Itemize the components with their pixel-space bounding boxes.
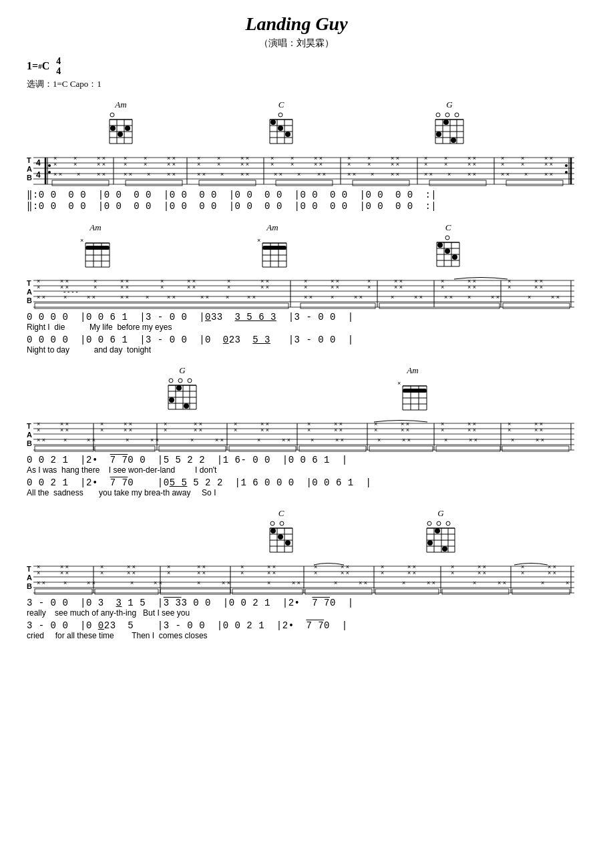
capo-info: 选调：1=C Capo：1	[27, 78, 573, 90]
svg-text:×: ×	[220, 171, 224, 178]
chord-g-3: G	[424, 508, 457, 555]
svg-rect-130	[52, 180, 109, 186]
svg-text:×: ×	[100, 427, 104, 433]
svg-point-375	[442, 546, 447, 552]
svg-text:×: ×	[126, 437, 129, 443]
svg-text:× ×: × ×	[414, 294, 423, 300]
lyrics-v1-line1: Right I die My life before my eyes	[27, 322, 573, 332]
svg-text:× ×: × ×	[167, 294, 176, 300]
svg-text:×: ×	[528, 294, 531, 300]
svg-text:× ×: × ×	[534, 284, 543, 290]
svg-text:4: 4	[36, 170, 41, 180]
svg-point-25	[285, 132, 290, 137]
chord-grid-am4: × 5	[397, 377, 428, 416]
svg-point-27	[445, 113, 449, 117]
svg-text:×: ×	[144, 161, 147, 168]
svg-text:× ×: × ×	[304, 294, 313, 300]
svg-text:×: ×	[473, 580, 476, 586]
svg-text:× ×: × ×	[187, 284, 196, 290]
svg-text:×: ×	[451, 570, 454, 576]
svg-text:×: ×	[124, 161, 127, 168]
svg-text:×: ×	[257, 237, 260, 244]
svg-point-23	[270, 120, 276, 125]
svg-text:× ×: × ×	[317, 171, 326, 178]
svg-text:×: ×	[508, 284, 511, 290]
svg-point-161	[445, 236, 449, 240]
svg-point-244	[169, 379, 173, 383]
svg-point-129	[565, 171, 568, 174]
svg-text:×: ×	[304, 284, 307, 290]
svg-point-171	[437, 242, 443, 248]
chord-name-g2: G	[179, 365, 185, 376]
chord-grid-c1	[267, 112, 295, 146]
chord-diagrams-row1: Am	[20, 99, 573, 150]
svg-point-11	[118, 132, 123, 137]
chord-name-c3: C	[278, 508, 284, 519]
chord-grid-am2: × 5	[80, 234, 111, 273]
svg-point-28	[455, 113, 459, 117]
svg-text:×: ×	[511, 437, 514, 443]
svg-text:× ×: × ×	[407, 570, 416, 576]
svg-point-359	[285, 540, 290, 546]
svg-text:× ×: × ×	[347, 171, 356, 178]
svg-text:×: ×	[147, 171, 150, 178]
svg-text:×: ×	[77, 171, 80, 178]
svg-text:×: ×	[197, 161, 200, 168]
page: Landing Guy （演唱：刘昊霖） 1= # C 4 4 选调：1=C C…	[0, 0, 593, 868]
svg-text:×: ×	[331, 294, 334, 300]
svg-rect-131	[126, 180, 182, 186]
svg-rect-340	[159, 446, 226, 451]
key-label: 1=	[27, 60, 38, 72]
svg-text:× ×: × ×	[491, 294, 500, 300]
svg-text:× ×: × ×	[120, 284, 129, 290]
svg-rect-270	[403, 389, 427, 393]
svg-text:× ×: × ×	[197, 570, 206, 576]
svg-text:× ×: × ×	[467, 284, 476, 290]
svg-text:×: ×	[508, 427, 511, 433]
svg-text:× ×: × ×	[477, 570, 486, 576]
svg-text:×: ×	[501, 161, 504, 168]
chord-diagrams-row3: G	[20, 365, 573, 415]
svg-text:× ×: × ×	[401, 427, 409, 433]
svg-text:×: ×	[93, 284, 97, 290]
svg-text:A: A	[27, 165, 32, 173]
svg-text:×: ×	[381, 570, 384, 576]
svg-text:×: ×	[377, 437, 381, 443]
svg-text:×: ×	[146, 294, 149, 300]
svg-text:× ×: × ×	[194, 427, 202, 433]
svg-text:×: ×	[424, 161, 427, 168]
svg-text:×: ×	[391, 294, 394, 300]
chord-grid-g2	[166, 377, 199, 412]
svg-point-10	[110, 126, 116, 131]
svg-text:× ×: × ×	[247, 294, 256, 300]
svg-rect-341	[229, 446, 296, 451]
svg-text:× ×: × ×	[359, 580, 367, 586]
svg-rect-447	[375, 589, 439, 594]
svg-text:× ×: × ×	[167, 161, 176, 168]
svg-text:×: ×	[73, 161, 77, 168]
svg-text:×: ×	[234, 427, 237, 433]
svg-rect-136	[506, 180, 563, 186]
svg-text:×: ×	[164, 427, 167, 433]
svg-rect-345	[502, 446, 569, 451]
chord-name-c2: C	[445, 222, 451, 233]
chord-am-4: Am × 5	[397, 365, 428, 416]
svg-text:× ×: × ×	[292, 580, 301, 586]
section-verse3: C	[20, 508, 573, 640]
svg-text:×: ×	[447, 171, 451, 178]
svg-text:×: ×	[270, 161, 274, 168]
svg-text:× ×: × ×	[87, 437, 95, 443]
svg-text:× ×: × ×	[402, 437, 411, 443]
svg-text:× ×: × ×	[534, 427, 543, 433]
svg-text:×: ×	[444, 437, 447, 443]
chord-am-1: Am	[107, 99, 135, 146]
svg-text:×: ×	[63, 437, 67, 443]
chord-name-c1: C	[278, 99, 284, 110]
svg-text:×: ×	[257, 437, 260, 443]
svg-text:× ×: × ×	[354, 294, 363, 300]
svg-rect-133	[276, 180, 333, 186]
svg-text:× ×: × ×	[150, 437, 159, 443]
svg-text:× ×: × ×	[154, 580, 162, 586]
notation-v1-line2: 0 0 0 0 |0 0 6 1 |3 - 0 0 |0 023 5 3 |3 …	[27, 335, 573, 345]
svg-text:×: ×	[37, 284, 40, 290]
